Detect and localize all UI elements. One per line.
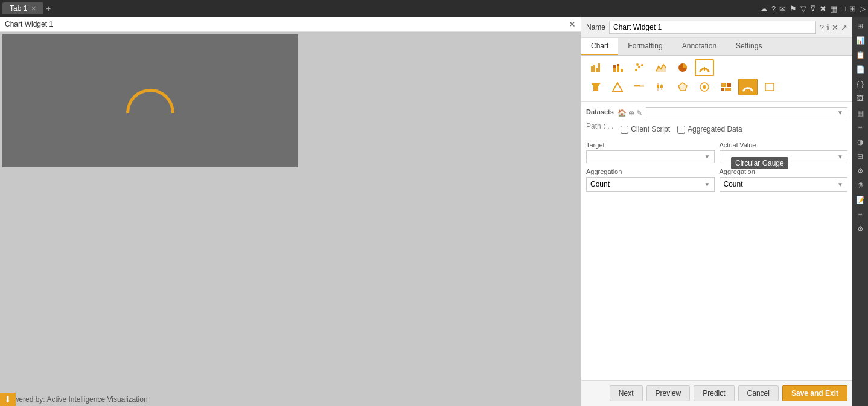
aggregation-1-label: Aggregation xyxy=(586,168,715,175)
expand-icon[interactable]: ⊞ xyxy=(849,4,856,13)
sidebar-icon-10[interactable]: ⊟ xyxy=(854,150,867,163)
svg-rect-30 xyxy=(725,88,731,91)
filter1-icon[interactable]: ▽ xyxy=(800,4,806,13)
chart-type-funnel[interactable] xyxy=(586,79,605,95)
sidebar-icon-6[interactable]: 🖼 xyxy=(854,92,867,105)
path-value: : . . xyxy=(604,122,614,130)
cancel-button[interactable]: Cancel xyxy=(738,385,779,401)
chart-types-area: Circular Gauge xyxy=(581,56,852,102)
svg-point-11 xyxy=(641,64,643,66)
sidebar-icon-15[interactable]: ⚙ xyxy=(854,222,867,236)
sidebar-icon-4[interactable]: 📄 xyxy=(854,63,867,76)
predict-button[interactable]: Predict xyxy=(694,385,734,401)
aggregation-1-dropdown[interactable]: Count ▼ xyxy=(586,177,715,192)
dataset-dropdown[interactable]: ▼ xyxy=(646,107,847,118)
far-right-sidebar: ⊞ 📊 📋 📄 { } 🖼 ▦ ≡ ◑ ⊟ ⚙ ⚗ 📝 ≡ ⚙ xyxy=(852,17,868,406)
dataset-add-icon[interactable]: ⊕ xyxy=(628,109,634,117)
chart-type-scatter[interactable] xyxy=(630,59,649,76)
tab-formatting[interactable]: Formatting xyxy=(618,38,672,55)
sidebar-icon-3[interactable]: 📋 xyxy=(854,48,867,62)
chart-type-pie[interactable] xyxy=(673,59,692,76)
sidebar-icon-12[interactable]: ⚗ xyxy=(854,179,867,192)
aggregation-1-value: Count xyxy=(590,180,610,188)
chart-type-stacked-bar[interactable] xyxy=(608,59,627,76)
play-icon[interactable]: ▷ xyxy=(860,4,866,13)
svg-rect-23 xyxy=(660,85,663,88)
panel-expand-icon[interactable]: ↗ xyxy=(841,23,847,32)
chart-type-square[interactable] xyxy=(760,79,779,95)
aggregated-data-label: Aggregated Data xyxy=(688,125,742,134)
chart-type-gauge[interactable] xyxy=(695,59,714,76)
sidebar-icon-7[interactable]: ▦ xyxy=(854,106,867,120)
bottom-bar-icon[interactable]: ⬇ xyxy=(0,393,16,406)
flag-icon[interactable]: ⚑ xyxy=(790,4,797,13)
chart-type-area[interactable] xyxy=(651,59,671,76)
settings-icon[interactable]: ✖ xyxy=(820,4,826,13)
svg-rect-28 xyxy=(727,83,731,87)
sidebar-icon-13[interactable]: 📝 xyxy=(854,193,867,207)
chart-type-rose[interactable] xyxy=(695,79,714,95)
sidebar-icon-11[interactable]: ⚙ xyxy=(854,164,867,178)
name-label: Name xyxy=(586,23,605,31)
chart-type-treemap[interactable] xyxy=(716,79,736,95)
gauge-arc-visual xyxy=(126,89,174,113)
svg-rect-27 xyxy=(721,83,726,87)
widget-name-input[interactable] xyxy=(609,21,816,34)
preview-button[interactable]: Preview xyxy=(646,385,691,401)
sidebar-icon-9[interactable]: ◑ xyxy=(854,135,867,149)
tab-1-close[interactable]: ✕ xyxy=(31,5,36,13)
tab-settings[interactable]: Settings xyxy=(726,38,771,55)
window-icon[interactable]: □ xyxy=(841,4,846,13)
next-button[interactable]: Next xyxy=(610,385,643,401)
aggregated-data-checkbox-label[interactable]: Aggregated Data xyxy=(677,125,742,134)
aggregation-1-field-group: Aggregation Count ▼ xyxy=(586,168,715,192)
client-script-checkbox[interactable] xyxy=(621,126,628,134)
tab-chart[interactable]: Chart xyxy=(581,38,618,55)
chart-type-bullet[interactable] xyxy=(630,79,649,95)
chart-type-radar[interactable] xyxy=(673,79,692,95)
svg-rect-7 xyxy=(617,64,619,66)
client-script-label: Client Script xyxy=(631,125,670,134)
panel-close-icon[interactable]: ✕ xyxy=(832,23,838,32)
grid-icon[interactable]: ▦ xyxy=(830,4,837,13)
sidebar-icon-8[interactable]: ≡ xyxy=(854,121,867,134)
dataset-home-icon[interactable]: 🏠 xyxy=(617,109,627,117)
svg-rect-3 xyxy=(598,63,600,72)
chart-type-triangle[interactable] xyxy=(608,79,627,95)
datasets-label: Datasets xyxy=(586,108,614,115)
target-dropdown[interactable]: ▼ xyxy=(586,150,715,163)
canvas-close-button[interactable]: ✕ xyxy=(569,19,576,29)
target-field-group: Target ▼ xyxy=(586,141,715,163)
tab-1-label: Tab 1 xyxy=(10,4,27,13)
panel-info-icon[interactable]: ℹ xyxy=(826,23,829,32)
chart-type-bar[interactable] xyxy=(586,59,605,76)
cloud-icon[interactable]: ☁ xyxy=(760,4,768,13)
add-tab-button[interactable]: + xyxy=(46,4,51,13)
bottom-bar: ⬇ xyxy=(0,393,16,406)
dataset-actions: 🏠 ⊕ ✎ xyxy=(617,109,642,117)
sidebar-icon-14[interactable]: ≡ xyxy=(854,208,867,221)
filter2-icon[interactable]: ⊽ xyxy=(810,4,816,13)
svg-marker-16 xyxy=(591,83,601,91)
save-exit-button[interactable]: Save and Exit xyxy=(782,385,847,401)
dataset-edit-icon[interactable]: ✎ xyxy=(636,109,642,117)
aggregation-2-dropdown[interactable]: Count ▼ xyxy=(720,177,848,192)
path-row: Path : . . xyxy=(586,122,613,130)
actual-value-dropdown[interactable]: ▼ xyxy=(720,150,848,163)
aggregation-row: Aggregation Count ▼ Aggregation Count ▼ xyxy=(586,168,847,192)
chart-type-row-2 xyxy=(586,79,847,95)
mail-icon[interactable]: ✉ xyxy=(779,4,786,13)
actual-value-arrow: ▼ xyxy=(837,153,843,160)
sidebar-icon-2[interactable]: 📊 xyxy=(854,34,867,47)
sidebar-icon-1[interactable]: ⊞ xyxy=(854,19,867,33)
tab-1[interactable]: Tab 1 ✕ xyxy=(2,2,43,14)
panel-help-icon[interactable]: ? xyxy=(820,23,824,32)
chart-type-candlestick[interactable] xyxy=(651,79,671,95)
svg-rect-5 xyxy=(613,65,616,68)
client-script-checkbox-label[interactable]: Client Script xyxy=(621,125,670,134)
sidebar-icon-5[interactable]: { } xyxy=(854,77,867,91)
help-icon[interactable]: ? xyxy=(771,4,776,13)
aggregated-data-checkbox[interactable] xyxy=(677,126,685,134)
tab-annotation[interactable]: Annotation xyxy=(672,38,726,55)
chart-type-circular-gauge-active[interactable] xyxy=(738,79,758,95)
